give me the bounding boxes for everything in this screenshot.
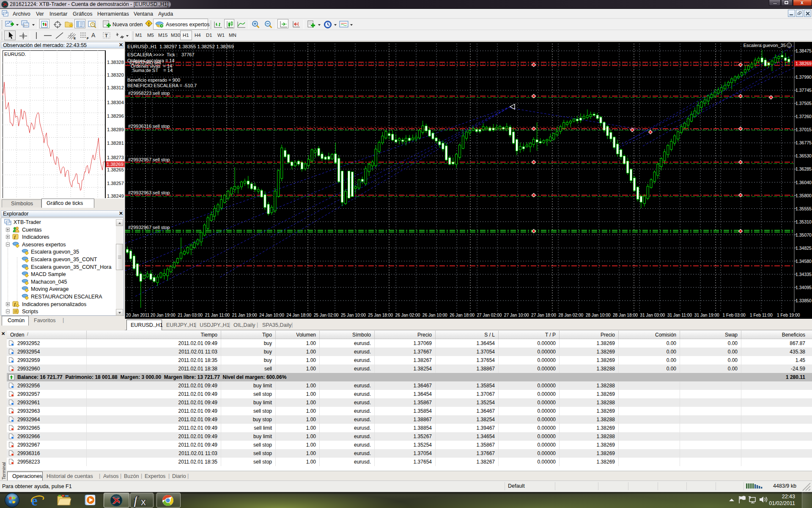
- svg-text:EURUSD.,H1 1.38297 1.38355 1.: EURUSD.,H1 1.38297 1.38355 1.38252 1.382…: [127, 44, 234, 49]
- svg-text:1.36285: 1.36285: [796, 166, 812, 171]
- svg-text:BENEFICIO ESCALERA = -510.7: BENEFICIO ESCALERA = -510.7: [127, 83, 197, 88]
- svg-text:27 Jan 18:00: 27 Jan 18:00: [531, 313, 556, 318]
- svg-text:1.37745: 1.37745: [796, 88, 812, 93]
- svg-text:28 Jan 10:00: 28 Jan 10:00: [586, 313, 611, 318]
- svg-text:24 Jan 18:00: 24 Jan 18:00: [286, 313, 311, 318]
- svg-text:#29958223 sell stop: #29958223 sell stop: [128, 91, 170, 96]
- svg-text:26 Jan 02:00: 26 Jan 02:00: [395, 313, 420, 318]
- svg-text:1.36775: 1.36775: [796, 140, 812, 145]
- svg-text:#29932957 sell stop: #29932957 sell stop: [128, 157, 170, 162]
- svg-text:20 Jan 2011: 20 Jan 2011: [126, 313, 150, 318]
- svg-text:26 Jan 10:00: 26 Jan 10:00: [422, 313, 447, 318]
- svg-text:27 Jan 10:00: 27 Jan 10:00: [504, 313, 529, 318]
- svg-text:ESCALERA >>>> Tick : 37767: ESCALERA >>>> Tick : 37767: [127, 52, 195, 57]
- svg-text:25 Jan 02:00: 25 Jan 02:00: [314, 313, 339, 318]
- svg-text:Escalera guevon_35: Escalera guevon_35: [743, 43, 786, 48]
- svg-text:25 Jan 10:00: 25 Jan 10:00: [341, 313, 366, 318]
- svg-text:26 Jan 18:00: 26 Jan 18:00: [450, 313, 475, 318]
- svg-text:1.35310: 1.35310: [796, 219, 812, 224]
- svg-text:28 Jan 18:00: 28 Jan 18:00: [613, 313, 638, 318]
- svg-text:T: T: [105, 33, 108, 38]
- svg-text:E: E: [74, 36, 76, 40]
- svg-text:1.35555: 1.35555: [796, 206, 812, 211]
- svg-text:31 Jan 11:00: 31 Jan 11:00: [667, 313, 692, 318]
- svg-text:1.34095: 1.34095: [796, 285, 812, 290]
- svg-text:1.34580: 1.34580: [796, 259, 812, 264]
- svg-text:#29932963 sell stop: #29932963 sell stop: [128, 190, 170, 195]
- svg-text:Suma de ST = 14: Suma de ST = 14: [132, 68, 173, 73]
- svg-text:e: e: [31, 494, 38, 507]
- svg-text:F: F: [87, 36, 89, 40]
- svg-text:EURUSD.: EURUSD.: [4, 52, 26, 57]
- svg-text:21 Jan 19:00: 21 Jan 19:00: [232, 313, 257, 318]
- svg-text:1.33850: 1.33850: [796, 298, 812, 303]
- svg-text:1.36040: 1.36040: [796, 180, 812, 185]
- svg-text:1 Feb 19:00: 1 Feb 19:00: [777, 313, 800, 318]
- svg-text:!: !: [148, 22, 150, 27]
- svg-text:1.37015: 1.37015: [796, 127, 812, 132]
- svg-text:31 Jan 19:00: 31 Jan 19:00: [694, 313, 719, 318]
- svg-text:1.35800: 1.35800: [796, 193, 812, 198]
- svg-text:28 Jan 02:00: 28 Jan 02:00: [558, 313, 583, 318]
- svg-text:21 Jan 11:00: 21 Jan 11:00: [205, 313, 230, 318]
- svg-text:Beneficio esperado = 900: Beneficio esperado = 900: [127, 77, 180, 83]
- svg-text:21 Jan 03:00: 21 Jan 03:00: [178, 313, 203, 318]
- svg-text:1.37505: 1.37505: [796, 101, 812, 106]
- svg-text:#29936316 sell stop: #29936316 sell stop: [128, 124, 170, 129]
- svg-text:1.34825: 1.34825: [796, 246, 812, 251]
- svg-text:1 Feb 11:00: 1 Feb 11:00: [750, 313, 773, 318]
- svg-text:25 Jan 18:00: 25 Jan 18:00: [368, 313, 393, 318]
- svg-text:#29932967 sell stop: #29932967 sell stop: [128, 225, 170, 230]
- svg-text:20 Jan 19:00: 20 Jan 19:00: [151, 313, 176, 318]
- svg-text:1.38269: 1.38269: [796, 61, 812, 66]
- svg-text:1.34335: 1.34335: [796, 272, 812, 277]
- svg-text:24 Jan 10:00: 24 Jan 10:00: [259, 313, 284, 318]
- svg-text:1.37260: 1.37260: [796, 114, 812, 119]
- svg-text:1 Feb 03:00: 1 Feb 03:00: [722, 313, 746, 318]
- svg-text:x: x: [140, 496, 146, 508]
- svg-text:1.36530: 1.36530: [796, 153, 812, 158]
- svg-text:1.35070: 1.35070: [796, 232, 812, 237]
- svg-text:1.37990: 1.37990: [796, 75, 812, 80]
- svg-text:f: f: [134, 493, 139, 507]
- svg-text:31 Jan 03:00: 31 Jan 03:00: [640, 313, 665, 318]
- svg-text:1.38475: 1.38475: [796, 48, 812, 53]
- svg-text:27 Jan 02:00: 27 Jan 02:00: [477, 313, 502, 318]
